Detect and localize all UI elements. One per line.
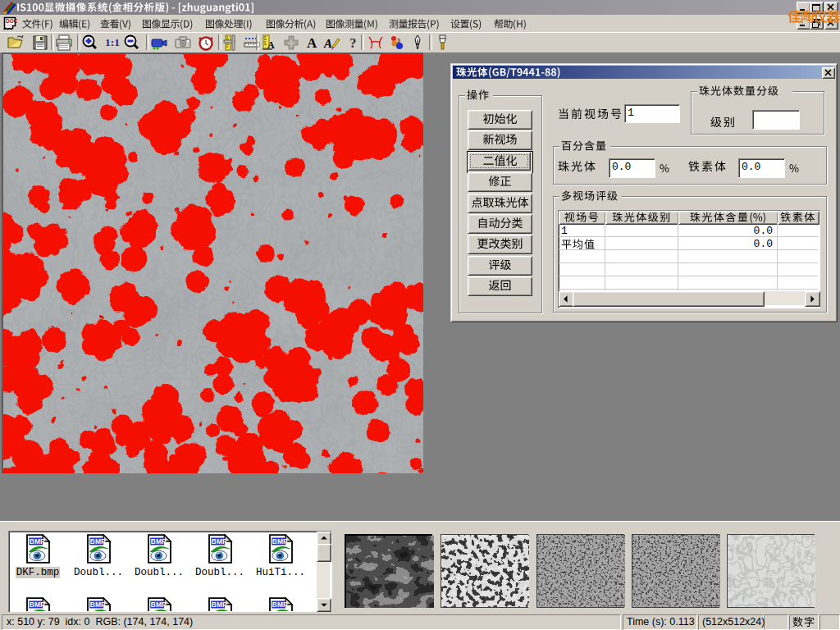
svg-text:BMP: BMP (272, 600, 288, 609)
svg-text:BMP: BMP (212, 600, 227, 609)
svg-text:3: 3 (397, 38, 400, 43)
svg-text:BMP: BMP (151, 537, 167, 546)
svg-text:A: A (323, 37, 332, 50)
svg-text:BMP: BMP (30, 600, 45, 609)
svg-text:1:1: 1:1 (105, 36, 120, 48)
svg-text:BMP: BMP (90, 537, 106, 546)
svg-text:BMP: BMP (212, 537, 227, 546)
svg-text:?: ? (349, 35, 357, 51)
svg-text:BMP: BMP (272, 537, 288, 546)
svg-text:BMP: BMP (90, 600, 106, 609)
svg-text:BMP: BMP (151, 600, 167, 609)
svg-text:A: A (307, 35, 317, 51)
svg-text:BMP: BMP (30, 537, 45, 546)
